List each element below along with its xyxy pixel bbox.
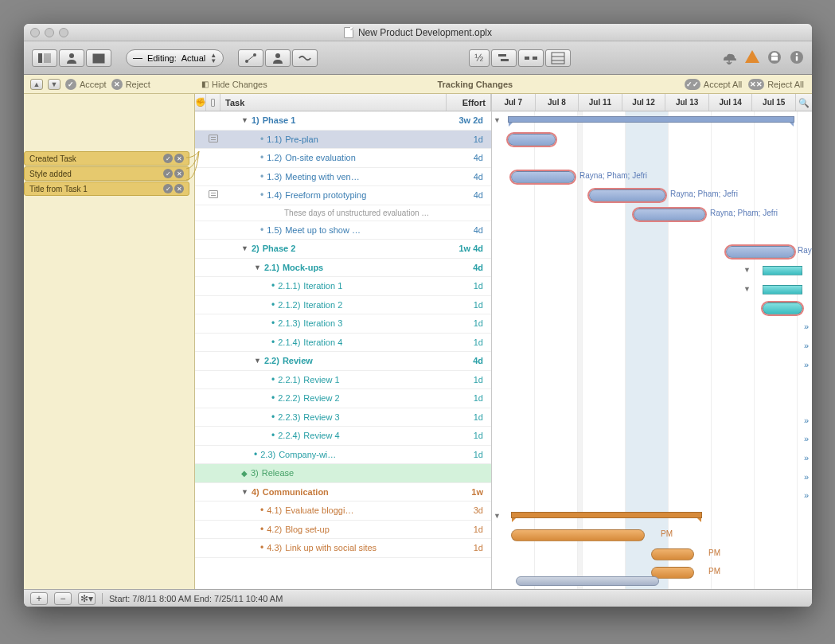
- reject-all-button[interactable]: ✕✕Reject All: [748, 79, 804, 90]
- task-row[interactable]: • 1.3) Meeting with ven… 4d: [195, 168, 491, 187]
- task-row[interactable]: • 2.1.2) Iteration 2 1d: [195, 296, 491, 315]
- outline-body[interactable]: ▼ 1) Phase 1 3w 2d • 1.1) Pre-plan 1d • …: [195, 111, 491, 589]
- reject-icon[interactable]: ✕: [174, 154, 184, 163]
- gantt-day-header[interactable]: Jul 14: [709, 94, 753, 111]
- gantt-disclosure-icon[interactable]: ▼: [494, 116, 501, 124]
- gantt-day-header[interactable]: Jul 7: [492, 94, 536, 111]
- change-pill[interactable]: Title from Task 1 ✓✕: [24, 181, 189, 196]
- reject-change-button[interactable]: ✕Reject: [111, 79, 150, 90]
- task-row[interactable]: • 2.2.4) Review 4 1d: [195, 427, 491, 446]
- close-window-button[interactable]: [30, 28, 40, 37]
- gantt-disclosure-icon[interactable]: ▼: [494, 512, 501, 520]
- task-row[interactable]: ◆ 3) Release: [195, 464, 491, 483]
- column-effort[interactable]: Effort: [447, 94, 491, 111]
- task-row[interactable]: • 2.2.2) Review 2 1d: [195, 389, 491, 408]
- task-row[interactable]: • 2.1.1) Iteration 1 1d: [195, 277, 491, 296]
- task-row[interactable]: • 2.2.3) Review 3 1d: [195, 408, 491, 427]
- gantt-disclosure-icon[interactable]: ▼: [743, 266, 751, 274]
- task-row[interactable]: ▼ 2.1) Mock-ups 4d: [195, 259, 491, 278]
- connect-button[interactable]: [238, 49, 263, 67]
- note-icon[interactable]: [209, 135, 218, 142]
- column-task[interactable]: Task: [220, 94, 447, 111]
- next-change-button[interactable]: ▼: [48, 79, 60, 90]
- outline-view-icon: [37, 52, 52, 64]
- task-number: 3): [251, 468, 259, 478]
- task-row[interactable]: • 1.4) Freeform prototyping 4d: [195, 186, 491, 205]
- minimize-window-button[interactable]: [45, 28, 54, 37]
- gantt-day-header[interactable]: Jul 12: [622, 94, 666, 111]
- column-note-icon[interactable]: [206, 94, 220, 111]
- gantt-task-bar[interactable]: [651, 548, 694, 560]
- gantt-hscroll-thumb[interactable]: [516, 576, 659, 586]
- change-pill[interactable]: Created Task ✓✕: [24, 151, 189, 166]
- task-number: 2.2.1): [278, 375, 300, 384]
- gantt-task-bar[interactable]: [634, 209, 705, 221]
- task-row[interactable]: • 2.1.4) Iteration 4 1d: [195, 334, 491, 353]
- accept-icon[interactable]: ✓: [163, 184, 173, 193]
- gantt-day-header[interactable]: Jul 8: [536, 94, 579, 111]
- catchup-button[interactable]: [292, 49, 318, 67]
- gantt-task-bar[interactable]: [511, 529, 645, 541]
- task-row[interactable]: • 1.2) On-site evaluation 4d: [195, 149, 491, 168]
- task-row[interactable]: • 4.2) Blog set-up 1d: [195, 521, 491, 540]
- accept-icon[interactable]: ✓: [163, 169, 173, 178]
- gantt-task-bar[interactable]: [508, 134, 556, 146]
- reject-icon[interactable]: ✕: [174, 169, 184, 178]
- task-row[interactable]: • 2.3) Company-wi… 1d: [195, 446, 491, 465]
- prev-change-button[interactable]: ▲: [30, 79, 43, 90]
- accept-icon[interactable]: ✓: [163, 154, 173, 163]
- accept-change-button[interactable]: ✓Accept: [65, 79, 107, 90]
- change-pill[interactable]: Style added ✓✕: [24, 166, 189, 181]
- task-row[interactable]: ▼ 2.2) Review 4d: [195, 352, 491, 371]
- gantt-summary-bar[interactable]: [763, 285, 802, 295]
- view-resource-button[interactable]: [59, 49, 84, 67]
- task-row[interactable]: ▼ 2) Phase 2 1w 4d: [195, 240, 491, 259]
- accept-all-button[interactable]: ✓✓Accept All: [685, 79, 742, 90]
- gantt-hscroll[interactable]: [516, 576, 788, 587]
- info-icon[interactable]: [790, 50, 804, 66]
- gantt-task-bar[interactable]: [589, 189, 665, 201]
- view-outline-button[interactable]: [32, 49, 57, 67]
- task-row[interactable]: ▼ 4) Communication 1w: [195, 483, 491, 502]
- gantt-day-header[interactable]: Jul 11: [579, 94, 622, 111]
- gantt-task-bar[interactable]: [511, 171, 575, 183]
- task-row[interactable]: • 4.3) Link up with social sites 1d: [195, 539, 491, 558]
- task-name: Pre-plan: [285, 135, 318, 144]
- leveling-button[interactable]: [491, 49, 517, 67]
- gantt-day-header[interactable]: Jul 15: [752, 94, 796, 111]
- gantt-day-header[interactable]: Jul 13: [665, 94, 709, 111]
- task-row[interactable]: • 2.2.1) Review 1 1d: [195, 371, 491, 390]
- hide-changes-button[interactable]: ◧Hide Changes: [201, 80, 267, 89]
- baseline-button[interactable]: [545, 49, 571, 67]
- remove-button[interactable]: −: [54, 592, 72, 605]
- assign-button[interactable]: [265, 49, 291, 67]
- task-row[interactable]: ▼ 1) Phase 1 3w 2d: [195, 111, 491, 131]
- stop-icon[interactable]: [767, 50, 782, 66]
- gantt-summary-bar[interactable]: [508, 116, 794, 123]
- reschedule-button[interactable]: ½: [469, 49, 490, 67]
- gantt-task-bar[interactable]: [763, 302, 802, 314]
- view-calendar-button[interactable]: [86, 49, 111, 67]
- gantt-summary-bar[interactable]: [511, 512, 702, 518]
- task-row[interactable]: • 1.1) Pre-plan 1d: [195, 131, 491, 150]
- zoom-window-button[interactable]: [59, 28, 68, 37]
- gantt-body[interactable]: ▼ Rayna; Pham; Jefri Rayna; Pham; Jefri …: [492, 111, 812, 589]
- zoom-icon[interactable]: 🔍: [796, 94, 812, 111]
- add-button[interactable]: +: [30, 592, 48, 605]
- note-icon[interactable]: [209, 190, 218, 198]
- view-mode-group: [32, 49, 111, 67]
- split-button[interactable]: [518, 49, 544, 67]
- editing-popup[interactable]: — Editing: Actual ▲▼: [126, 49, 224, 67]
- gantt-summary-bar[interactable]: [763, 266, 802, 275]
- task-row[interactable]: • 2.1.3) Iteration 3 1d: [195, 314, 491, 334]
- task-row[interactable]: • 1.5) Meet up to show … 4d: [195, 221, 491, 240]
- column-grab-icon[interactable]: ✊: [195, 94, 206, 111]
- task-row[interactable]: • 4.1) Evaluate bloggi… 3d: [195, 502, 491, 521]
- gantt-task-bar[interactable]: [726, 246, 794, 258]
- action-menu-button[interactable]: ✻▾: [78, 592, 96, 605]
- publish-icon[interactable]: [721, 50, 737, 66]
- violations-icon[interactable]: [745, 50, 759, 63]
- reject-icon[interactable]: ✕: [174, 184, 184, 193]
- gantt-disclosure-icon[interactable]: ▼: [743, 285, 751, 293]
- svg-rect-19: [796, 56, 798, 60]
